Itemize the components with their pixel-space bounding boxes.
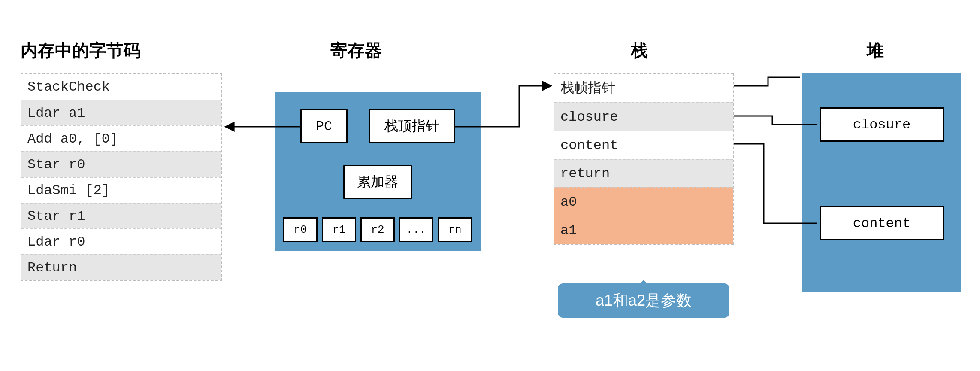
accumulator-register: 累加器 (343, 165, 412, 199)
register-cell: r0 (283, 217, 318, 242)
bytecode-row: Add a0, [0] (21, 125, 221, 151)
register-cell: r2 (360, 217, 395, 242)
arrow-stack-fp-to-heap (734, 77, 800, 86)
register-cell: ... (399, 217, 433, 242)
stack-table: 栈帧指针 closure content return a0 a1 (554, 73, 734, 245)
bytecode-table: StackCheck Ldar a1 Add a0, [0] Star r0 L… (21, 73, 222, 281)
heap-cell-closure: closure (820, 107, 944, 142)
register-cells-row: r0 r1 r2 ... rn (283, 217, 472, 242)
register-cell: rn (438, 217, 472, 242)
stack-row-a1: a1 (554, 216, 733, 244)
stack-row-return: return (554, 159, 733, 187)
bytecode-row: Ldar a1 (21, 100, 221, 125)
title-registers: 寄存器 (330, 39, 382, 62)
register-cell: r1 (322, 217, 356, 242)
bytecode-row: Star r1 (21, 203, 221, 228)
title-bytecode: 内存中的字节码 (21, 39, 141, 62)
heap-cell-content: content (820, 206, 944, 240)
stack-row-a0: a0 (554, 187, 733, 216)
bytecode-row: LdaSmi [2] (21, 177, 221, 203)
pc-register: PC (300, 109, 348, 143)
stack-row-frame-pointer: 栈帧指针 (554, 74, 733, 102)
title-heap: 堆 (867, 39, 884, 62)
heap-panel: closure content (802, 73, 961, 292)
stack-row-closure: closure (554, 102, 733, 131)
title-stack: 栈 (631, 39, 648, 62)
bytecode-row: Star r0 (21, 151, 221, 177)
registers-panel: PC 栈顶指针 累加器 r0 r1 r2 ... rn (275, 92, 481, 251)
bytecode-row: StackCheck (21, 74, 221, 100)
stack-row-content: content (554, 131, 733, 159)
stack-params-callout: a1和a2是参数 (558, 283, 729, 318)
bytecode-row: Ldar r0 (21, 228, 221, 254)
bytecode-row: Return (21, 254, 221, 280)
stack-pointer-register: 栈顶指针 (369, 109, 455, 143)
